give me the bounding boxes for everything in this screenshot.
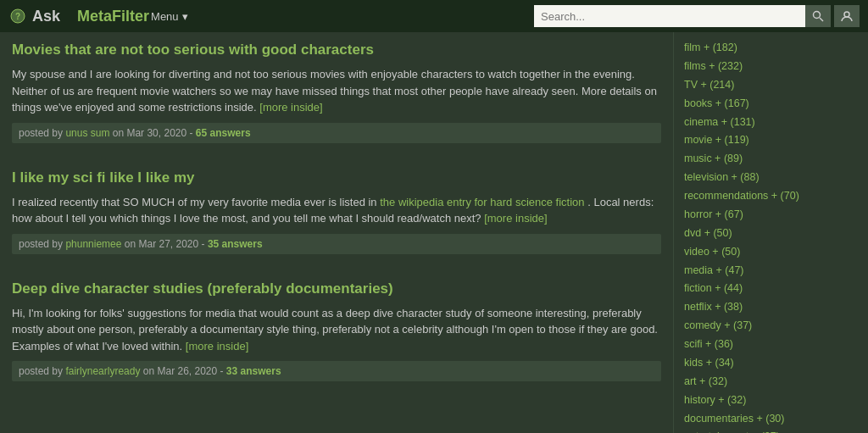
sidebar-tag-item[interactable]: netflix + (38) — [684, 298, 858, 317]
post-list: Movies that are not too serious with goo… — [0, 32, 673, 433]
brand-prefix: Ask — [32, 8, 60, 25]
sidebar-tag-item[interactable]: media + (47) — [684, 262, 858, 280]
svg-text:?: ? — [15, 12, 20, 21]
post-body: My spouse and I are looking for divertin… — [12, 66, 661, 116]
post-meta: posted by fairlynearlyready on Mar 26, 2… — [12, 361, 661, 381]
brand-name: MetaFilter — [77, 8, 149, 25]
sidebar-tag-item[interactable]: recommendations + (70) — [684, 187, 858, 206]
sidebar-tag-item[interactable]: film + (182) — [684, 39, 858, 58]
post-answers[interactable]: 65 answers — [196, 127, 251, 139]
more-inside-link[interactable]: [more inside] — [259, 101, 322, 114]
sidebar-tag-item[interactable]: video + (50) — [684, 243, 858, 262]
post-item: Movies that are not too serious with goo… — [12, 41, 661, 152]
sidebar-tag-item[interactable]: comedy + (37) — [684, 317, 858, 336]
svg-point-4 — [844, 12, 849, 17]
sidebar-tag-item[interactable]: cinema + (131) — [684, 114, 858, 132]
post-meta: posted by unus sum on Mar 30, 2020 - 65 … — [12, 123, 661, 143]
post-meta: posted by phunniemee on Mar 27, 2020 - 3… — [12, 234, 661, 254]
sidebar-tags: film + (182)films + (232)TV + (214)books… — [673, 32, 868, 433]
post-answers[interactable]: 35 answers — [208, 238, 263, 250]
sidebar-tag-item[interactable]: books + (167) — [684, 95, 858, 114]
search-button[interactable] — [805, 5, 831, 27]
post-item: Deep dive character studies (preferably … — [12, 280, 661, 391]
header: ? Ask MetaFilter Menu ▾ — [0, 0, 868, 32]
sidebar-tag-item[interactable]: TV + (214) — [684, 76, 858, 95]
sidebar-tag-item[interactable]: fiction + (44) — [684, 280, 858, 298]
post-body: I realized recently that SO MUCH of my v… — [12, 194, 661, 227]
sidebar-tag-item[interactable]: entertainment + (27) — [684, 428, 858, 433]
sidebar-tag-item[interactable]: kids + (34) — [684, 354, 858, 373]
sidebar-tag-item[interactable]: movie + (119) — [684, 131, 858, 150]
post-username[interactable]: fairlynearlyready — [65, 365, 140, 377]
sidebar-tag-item[interactable]: documentaries + (30) — [684, 410, 858, 429]
sidebar-tag-item[interactable]: television + (88) — [684, 169, 858, 187]
post-title[interactable]: Movies that are not too serious with goo… — [12, 41, 661, 59]
svg-point-2 — [814, 12, 821, 19]
post-answers[interactable]: 33 answers — [226, 365, 281, 377]
search-input[interactable] — [534, 5, 805, 27]
sidebar-tag-item[interactable]: music + (89) — [684, 150, 858, 169]
search-container — [534, 5, 860, 27]
main-layout: Movies that are not too serious with goo… — [0, 32, 868, 433]
more-inside-link[interactable]: [more inside] — [186, 340, 248, 353]
more-inside-link[interactable]: [more inside] — [484, 212, 547, 225]
user-account-button[interactable] — [834, 5, 860, 27]
post-item: I like my sci fi like I like my I realiz… — [12, 169, 661, 263]
nav-menu-button[interactable]: Menu ▾ — [151, 10, 188, 23]
sidebar-tag-item[interactable]: dvd + (50) — [684, 225, 858, 243]
post-body: Hi, I'm looking for folks' suggestions f… — [12, 305, 661, 355]
wikipedia-link[interactable]: the wikipedia entry for hard science fic… — [380, 196, 584, 208]
sidebar-tag-item[interactable]: history + (32) — [684, 391, 858, 410]
sidebar-tag-item[interactable]: horror + (67) — [684, 206, 858, 225]
sidebar-tag-item[interactable]: art + (32) — [684, 373, 858, 391]
post-title[interactable]: Deep dive character studies (preferably … — [12, 280, 661, 298]
sidebar-tag-item[interactable]: films + (232) — [684, 58, 858, 76]
sidebar-tag-item[interactable]: scifi + (36) — [684, 336, 858, 354]
site-logo-icon: ? — [8, 7, 27, 25]
svg-line-3 — [820, 18, 823, 21]
post-username[interactable]: phunniemee — [65, 238, 121, 250]
post-username[interactable]: unus sum — [65, 127, 109, 139]
post-title[interactable]: I like my sci fi like I like my — [12, 169, 661, 187]
